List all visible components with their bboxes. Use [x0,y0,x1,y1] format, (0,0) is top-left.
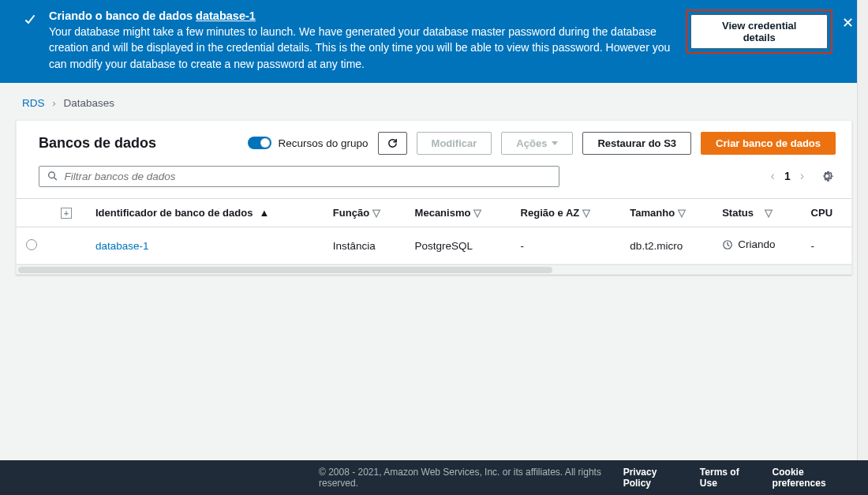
footer-copyright: © 2008 - 2021, Amazon Web Services, Inc.… [319,467,603,489]
sort-icon: ▽ [473,207,481,219]
banner-title-prefix: Criando o banco de dados [49,9,196,22]
privacy-link[interactable]: Privacy Policy [623,467,679,489]
pager: ‹ 1 › [771,168,836,184]
view-credentials-highlight: View credential details [686,9,832,54]
cookie-link[interactable]: Cookie preferences [773,467,849,489]
col-status[interactable]: Status▽ [713,198,801,227]
table-header-row: + Identificador de banco de dados▲ Funçã… [17,198,851,227]
col-identifier[interactable]: Identificador de banco de dados▲ [86,198,324,227]
refresh-button[interactable] [378,132,407,155]
create-database-button[interactable]: Criar banco de dados [701,132,836,155]
cell-engine: PostgreSQL [406,227,511,264]
cell-cpu: - [802,227,851,264]
col-engine[interactable]: Mecanismo▽ [406,198,511,227]
expand-all-icon[interactable]: + [61,208,72,219]
filter-input[interactable] [65,171,551,182]
filter-row: ‹ 1 › [17,166,851,198]
caret-down-icon [552,141,558,145]
svg-line-1 [54,178,56,180]
horizontal-scrollbar[interactable] [17,264,851,274]
col-role[interactable]: Função▽ [324,198,406,227]
group-resources-label: Recursos do grupo [278,137,368,149]
col-cpu[interactable]: CPU [802,198,851,227]
actions-button[interactable]: Ações [501,132,573,155]
col-regionaz[interactable]: Região e AZ▽ [511,198,621,227]
footer: © 2008 - 2021, Amazon Web Services, Inc.… [0,460,868,495]
page-title: Bancos de dados [39,135,156,152]
cell-role: Instância [324,227,406,264]
breadcrumb-root[interactable]: RDS [22,97,45,109]
table-wrap: + Identificador de banco de dados▲ Funçã… [17,198,851,264]
databases-panel: Bancos de dados Recursos do grupo Modifi… [16,120,852,275]
cell-status: Criando [722,238,775,250]
gear-icon [820,169,834,183]
db-identifier-link[interactable]: database-1 [95,240,149,252]
table-row[interactable]: database-1 Instância PostgreSQL - db.t2.… [17,227,851,264]
sort-icon: ▽ [678,207,686,219]
pager-next[interactable]: › [800,170,804,182]
databases-table: + Identificador de banco de dados▲ Funçã… [17,198,851,264]
banner-text: Criando o banco de dados database-1 Your… [49,9,673,72]
sort-asc-icon: ▲ [259,207,269,219]
vertical-scrollbar[interactable] [857,0,868,470]
banner-actions: View credential details ✕ [686,9,854,54]
pager-prev[interactable]: ‹ [771,170,775,182]
toggle-track [248,137,271,149]
panel-header: Bancos de dados Recursos do grupo Modifi… [17,121,851,166]
banner-description: Your database might take a few minutes t… [49,24,673,72]
modify-button: Modificar [417,132,492,155]
breadcrumb-current: Databases [64,97,115,109]
terms-link[interactable]: Terms of Use [700,467,752,489]
close-icon[interactable]: ✕ [842,16,854,30]
sort-icon: ▽ [372,207,380,219]
pending-icon [722,239,733,250]
settings-button[interactable] [820,168,836,184]
pager-page: 1 [784,170,791,182]
chevron-right-icon: › [52,97,56,109]
sort-icon: ▽ [765,207,773,219]
actions-label: Ações [516,137,547,149]
row-select-radio[interactable] [26,239,37,250]
info-banner: Criando o banco de dados database-1 Your… [0,0,868,83]
cell-regionaz: - [511,227,621,264]
restore-s3-button[interactable]: Restaurar do S3 [582,132,691,155]
banner-db-link[interactable]: database-1 [196,9,256,22]
banner-title: Criando o banco de dados database-1 [49,9,673,22]
search-icon [47,171,58,182]
filter-box[interactable] [39,166,559,187]
cell-size: db.t2.micro [620,227,713,264]
breadcrumb: RDS › Databases [0,83,868,120]
group-resources-toggle[interactable]: Recursos do grupo [248,137,368,149]
banner-spinner-icon [25,14,36,24]
svg-point-0 [49,172,55,178]
sort-icon: ▽ [582,207,590,219]
col-size[interactable]: Tamanho▽ [620,198,713,227]
view-credentials-button[interactable]: View credential details [690,14,828,49]
refresh-icon [387,137,398,149]
